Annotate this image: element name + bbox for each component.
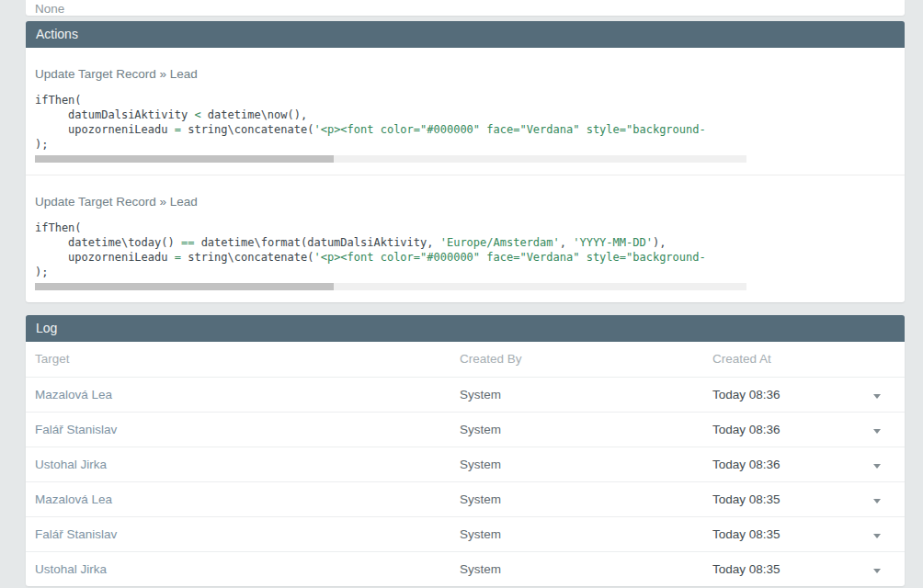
row-dropdown-caret-icon[interactable] — [873, 394, 881, 399]
created-at-text: Today 08:36 — [712, 423, 781, 436]
log-panel-title: Log — [36, 321, 57, 335]
action-item: Update Target Record » Lead ifThen( date… — [26, 175, 905, 302]
code-line: upozorneniLeadu = string\concatenate('<p… — [35, 122, 895, 137]
target-link[interactable]: Falář Stanislav — [35, 527, 117, 541]
log-panel: Log Target Created By Created At Mazalov… — [26, 315, 905, 586]
actions-panel-header: Actions — [26, 21, 905, 48]
created-by-text: System — [460, 527, 501, 541]
target-link[interactable]: Ustohal Jirka — [35, 562, 107, 576]
actions-panel-title: Actions — [36, 27, 78, 41]
target-link[interactable]: Mazalová Lea — [35, 492, 112, 506]
created-by-text: System — [460, 458, 501, 471]
horizontal-scrollbar[interactable] — [35, 283, 746, 290]
code-line: ifThen( — [35, 220, 895, 235]
log-body: Target Created By Created At Mazalová Le… — [26, 342, 905, 586]
action-item: Update Target Record » Lead ifThen( datu… — [26, 48, 905, 175]
row-dropdown-caret-icon[interactable] — [873, 569, 881, 573]
created-by-text: System — [460, 492, 501, 506]
log-table-header-row: Target Created By Created At — [26, 342, 905, 377]
log-table-row: Mazalová Lea System Today 08:36 — [26, 377, 905, 412]
panel-gap — [26, 302, 905, 315]
horizontal-scrollbar-thumb[interactable] — [35, 155, 334, 163]
formula-code-block: ifThen( datumDalsiAktivity < datetime\no… — [35, 93, 895, 152]
log-panel-header: Log — [26, 315, 905, 342]
log-table-row: Mazalová Lea System Today 08:35 — [26, 481, 905, 516]
created-at-text: Today 08:36 — [712, 458, 781, 471]
target-link[interactable]: Ustohal Jirka — [35, 458, 107, 471]
code-line: ); — [35, 265, 895, 279]
formula-code-block: ifThen( datetime\today() == datetime\for… — [35, 220, 895, 279]
row-dropdown-caret-icon[interactable] — [873, 429, 881, 434]
actions-panel: Actions Update Target Record » Lead ifTh… — [26, 21, 905, 302]
action-item-title: Update Target Record » Lead — [35, 67, 895, 81]
column-header-actions — [873, 342, 905, 377]
row-dropdown-caret-icon[interactable] — [873, 499, 881, 503]
code-line: datumDalsiAktivity < datetime\now(), — [35, 107, 895, 122]
target-link[interactable]: Falář Stanislav — [35, 423, 117, 436]
horizontal-scrollbar-thumb[interactable] — [35, 283, 334, 290]
target-link[interactable]: Mazalová Lea — [35, 388, 112, 401]
code-line: upozorneniLeadu = string\concatenate('<p… — [35, 250, 895, 265]
row-dropdown-caret-icon[interactable] — [873, 534, 881, 538]
horizontal-scrollbar[interactable] — [35, 155, 746, 163]
log-table: Target Created By Created At Mazalová Le… — [26, 342, 905, 586]
code-line: ); — [35, 137, 895, 152]
code-line: ifThen( — [35, 93, 895, 107]
main-content: None Actions Update Target Record » Lead… — [26, 0, 905, 586]
log-table-row: Ustohal Jirka System Today 08:36 — [26, 447, 905, 481]
top-partial-panel: None — [26, 0, 905, 16]
created-at-text: Today 08:36 — [712, 388, 781, 401]
created-at-text: Today 08:35 — [712, 492, 781, 506]
column-header-created-by: Created By — [460, 342, 712, 377]
actions-body: Update Target Record » Lead ifThen( datu… — [26, 48, 905, 302]
created-by-text: System — [460, 423, 501, 436]
created-by-text: System — [460, 562, 501, 576]
created-by-text: System — [460, 388, 501, 401]
created-at-text: Today 08:35 — [712, 562, 781, 576]
none-value-text: None — [35, 0, 64, 16]
log-table-row: Falář Stanislav System Today 08:35 — [26, 516, 905, 551]
row-dropdown-caret-icon[interactable] — [873, 464, 881, 469]
column-header-target: Target — [26, 342, 460, 377]
log-table-row: Ustohal Jirka System Today 08:35 — [26, 551, 905, 586]
log-table-row: Falář Stanislav System Today 08:36 — [26, 412, 905, 447]
created-at-text: Today 08:35 — [712, 527, 781, 541]
action-item-title: Update Target Record » Lead — [35, 195, 895, 209]
column-header-created-at: Created At — [712, 342, 873, 377]
log-table-body: Mazalová Lea System Today 08:36 Falář St… — [26, 377, 905, 586]
code-line: datetime\today() == datetime\format(datu… — [35, 235, 895, 250]
